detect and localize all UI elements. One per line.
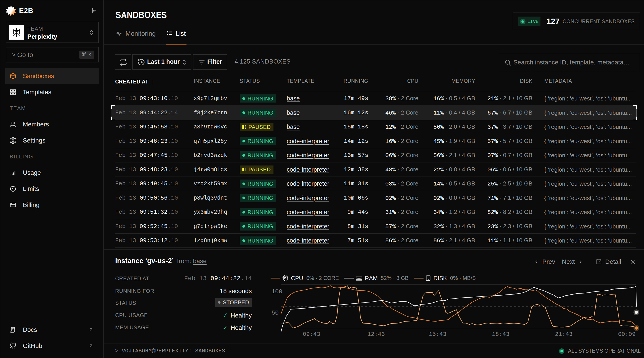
svg-text:15:43: 15:43	[429, 331, 446, 338]
svg-text:09:43: 09:43	[303, 331, 320, 338]
svg-text:50: 50	[272, 310, 278, 316]
svg-text:00:09: 00:09	[618, 331, 636, 338]
svg-text:100: 100	[272, 288, 282, 295]
svg-text:21:43: 21:43	[555, 331, 572, 338]
svg-text:18:43: 18:43	[492, 331, 510, 338]
svg-text:12:43: 12:43	[368, 331, 385, 338]
